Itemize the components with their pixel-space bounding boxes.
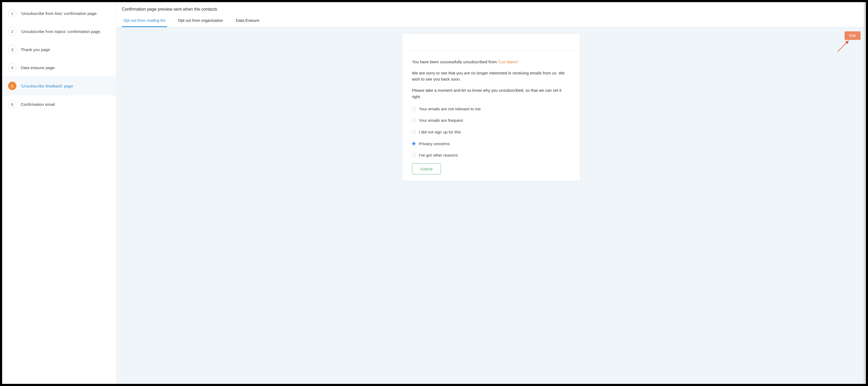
tab-data-erasure[interactable]: Data Erasure <box>234 18 261 27</box>
step-number: 3 <box>8 45 17 54</box>
tab-opt-out-mailing-list[interactable]: Opt out from mailing list <box>122 18 167 27</box>
radio-icon <box>412 153 416 157</box>
preview-card: You have been successfully unsubscribed … <box>402 33 580 181</box>
radio-icon <box>412 119 416 122</box>
sorry-text: We are sorry to see that you are no long… <box>412 70 570 83</box>
step-data-erasure[interactable]: 4 Data erasure page <box>2 59 116 76</box>
option-label: I did not sign up for this <box>419 129 461 135</box>
option-did-not-sign-up[interactable]: I did not sign up for this <box>412 129 570 135</box>
unsubscribed-line: You have been successfully unsubscribed … <box>412 59 570 65</box>
app-frame: 1 'Unsubscribe from lists' confirmation … <box>2 2 866 384</box>
radio-icon <box>412 107 416 110</box>
unsubscribed-prefix: You have been successfully unsubscribed … <box>412 60 498 64</box>
list-name-placeholder: "List Name" <box>498 60 519 64</box>
annotation-arrow-icon <box>837 39 850 53</box>
option-not-relevant[interactable]: Your emails are not relevant to me <box>412 106 570 112</box>
option-label: I've got other reasons <box>419 152 458 158</box>
scrollbar[interactable] <box>864 2 866 384</box>
option-privacy-concerns[interactable]: Privacy concerns <box>412 141 570 147</box>
svg-line-0 <box>838 41 848 52</box>
preview-tabs: Opt out from mailing list Opt out from o… <box>117 12 866 27</box>
step-unsubscribe-topics[interactable]: 2 'Unsubscribe from topics' confirmation… <box>2 22 116 40</box>
option-label: Your emails are not relevant to me <box>419 106 480 112</box>
page-title: Confirmation page preview sent when the … <box>117 2 866 12</box>
radio-icon <box>412 130 416 134</box>
main-panel: Confirmation page preview sent when the … <box>117 2 866 384</box>
tab-opt-out-organization[interactable]: Opt out from organization <box>177 18 225 27</box>
option-label: Privacy concerns <box>419 141 450 147</box>
preview-card-body: You have been successfully unsubscribed … <box>402 50 580 181</box>
step-label: 'Unsubscribe from lists' confirmation pa… <box>21 11 98 16</box>
edit-button[interactable]: Edit <box>845 31 861 40</box>
option-frequent[interactable]: Your emails are frequent <box>412 117 570 124</box>
option-other-reasons[interactable]: I've got other reasons <box>412 152 570 158</box>
step-number: 6 <box>8 100 17 108</box>
step-number: 5 <box>8 82 17 90</box>
feedback-options: Your emails are not relevant to me Your … <box>412 106 570 159</box>
step-label: Confirmation email <box>21 102 55 106</box>
step-unsubscribe-lists[interactable]: 1 'Unsubscribe from lists' confirmation … <box>2 4 116 22</box>
step-label: 'Unsubscribe from topics' confirmation p… <box>21 29 101 34</box>
step-confirmation-email[interactable]: 6 Confirmation email <box>2 95 116 113</box>
step-label: Thank you page <box>21 47 50 52</box>
preview-card-header <box>402 34 580 50</box>
feedback-prompt: Please take a moment and let us know why… <box>412 87 570 100</box>
submit-button[interactable]: Submit <box>412 163 441 174</box>
step-unsubscribe-feedback[interactable]: 5 'Unsubscribe feedback' page <box>2 76 116 95</box>
preview-stage: Edit You have been successfully unsubscr… <box>117 27 866 384</box>
step-number: 4 <box>8 63 17 72</box>
step-label: Data erasure page <box>21 65 55 70</box>
step-thank-you[interactable]: 3 Thank you page <box>2 40 116 59</box>
steps-sidebar: 1 'Unsubscribe from lists' confirmation … <box>2 2 117 384</box>
step-number: 2 <box>8 27 17 36</box>
radio-icon <box>412 142 416 146</box>
step-number: 1 <box>8 9 17 18</box>
step-label: 'Unsubscribe feedback' page <box>21 84 73 88</box>
option-label: Your emails are frequent <box>419 117 463 124</box>
